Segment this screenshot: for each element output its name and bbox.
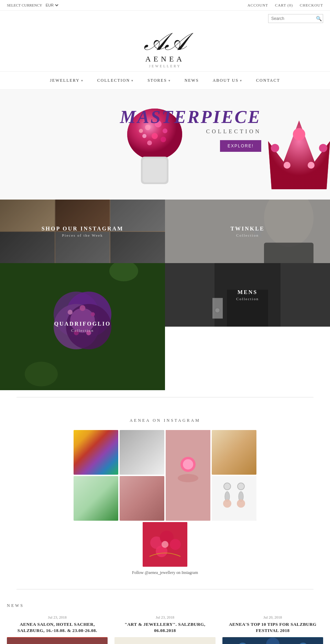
insta-img-flower[interactable]	[143, 522, 187, 567]
news-section-title: NEWS	[7, 603, 323, 608]
search-wrapper: 🔍	[268, 14, 323, 23]
currency-section: SELECT CURRENCY EUR USD GBP	[7, 3, 59, 8]
logo-symbol: 𝒜𝒜	[144, 30, 186, 54]
news-date-2: Jul 23, 2018	[114, 615, 215, 619]
svg-point-43	[178, 474, 198, 482]
svg-point-17	[284, 162, 290, 169]
top-bar: SELECT CURRENCY EUR USD GBP ACCOUNT CART…	[0, 0, 330, 11]
instagram-handle-link[interactable]: @aenea_jewellery	[145, 570, 175, 575]
nav-stores-label: STORES	[147, 78, 167, 83]
news-image-3	[222, 637, 323, 644]
svg-point-56	[170, 539, 181, 550]
news-item-1[interactable]: Jul 23, 2018 AENEA SALON, HOTEL SACHER, …	[7, 615, 108, 644]
search-input[interactable]	[271, 16, 316, 21]
nav-about[interactable]: ABOUT US ▾	[206, 76, 249, 85]
news-headline-1: AENEA SALON, HOTEL SACHER, SALZBURG, 16.…	[7, 621, 108, 634]
account-link[interactable]: ACCOUNT	[248, 3, 268, 7]
grid-mens[interactable]: MENS Collection	[165, 263, 330, 327]
nav-collection-arrow: ▾	[131, 79, 134, 82]
mens-title: MENS	[238, 289, 257, 295]
follow-text: Follow	[132, 570, 144, 575]
instagram-section-title: AENEA ON INSTAGRAM	[7, 418, 323, 423]
nav-contact-label: CONTACT	[256, 78, 280, 83]
hero-title: MASTERPIECE	[120, 107, 261, 127]
nav-jewellery-label: JEWELLERY	[50, 78, 80, 83]
twinkle-title: TWINKLE	[230, 226, 264, 232]
nav-jewellery[interactable]: JEWELLERY ▾	[43, 76, 90, 85]
main-nav: JEWELLERY ▾ COLLECTION ▾ STORES ▾ NEWS A…	[0, 71, 330, 90]
svg-rect-59	[7, 638, 108, 644]
svg-point-47	[224, 483, 231, 490]
news-img-svg-1	[7, 637, 108, 644]
nav-about-label: ABOUT US	[213, 78, 239, 83]
grid-twinkle[interactable]: TWINKLE Collection	[165, 200, 330, 263]
insta-img-center[interactable]	[166, 430, 210, 521]
nav-news[interactable]: NEWS	[178, 76, 206, 85]
insta-img-1[interactable]	[74, 430, 118, 475]
insta-img-3[interactable]	[74, 476, 118, 521]
nav-collection[interactable]: COLLECTION ▾	[90, 76, 141, 85]
divider-1	[16, 397, 314, 397]
nav-news-label: NEWS	[185, 78, 199, 83]
hero-crown-image	[268, 121, 330, 189]
insta-img-2[interactable]	[120, 430, 164, 475]
quadrifoglio-overlay: QUADRIFOGLIO Collection	[0, 263, 165, 390]
shop-title: SHOP OUR INSTAGRAM	[42, 226, 124, 232]
svg-point-50	[238, 483, 244, 490]
news-image-1	[7, 637, 108, 644]
save-date-text: SAVE THE DATE	[149, 643, 181, 644]
news-headline-2: "ART & JEWELLERY". SALZBURG, 06.08.2018	[114, 621, 215, 634]
insta-img-earrings[interactable]	[212, 476, 256, 521]
news-grid: Jul 23, 2018 AENEA SALON, HOTEL SACHER, …	[7, 615, 323, 644]
search-bar: 🔍	[0, 11, 330, 23]
news-date-3: Jul 20, 2018	[222, 615, 323, 619]
logo-tagline: JEWELLERY	[144, 64, 186, 68]
quadrifoglio-title: QUADRIFOGLIO	[54, 321, 111, 327]
grid-quadrifoglio[interactable]: QUADRIFOGLIO Collection	[0, 263, 165, 390]
top-bar-right: ACCOUNT CART (0) CHECKOUT	[248, 3, 323, 7]
twinkle-sub: Collection	[236, 233, 259, 237]
news-item-2[interactable]: Jul 23, 2018 "ART & JEWELLERY". SALZBURG…	[114, 615, 215, 644]
collection-grid: SHOP OUR INSTAGRAM Pieces of the Week TW…	[0, 200, 330, 390]
logo[interactable]: 𝒜𝒜 AENEA JEWELLERY	[144, 30, 186, 68]
logo-brand: AENEA	[144, 55, 186, 64]
logo-section: 𝒜𝒜 AENEA JEWELLERY	[0, 23, 330, 71]
on-text: on Instagram	[176, 570, 198, 575]
currency-select[interactable]: EUR USD GBP	[44, 3, 59, 8]
hero-text: MASTERPIECE COLLECTION EXPLORE!	[120, 107, 261, 152]
insta-img-hotel[interactable]	[212, 430, 256, 475]
nav-collection-label: COLLECTION	[97, 78, 130, 83]
hero-explore-button[interactable]: EXPLORE!	[220, 140, 261, 152]
svg-point-18	[308, 162, 315, 169]
svg-rect-11	[143, 158, 167, 182]
search-button[interactable]: 🔍	[316, 16, 322, 21]
instagram-left-grid	[74, 430, 164, 521]
instagram-follow: Follow @aenea_jewellery on Instagram	[7, 570, 323, 575]
twinkle-overlay: TWINKLE Collection	[165, 200, 330, 263]
hero-section: MASTERPIECE COLLECTION EXPLORE!	[0, 90, 330, 200]
svg-point-58	[162, 541, 168, 548]
hero-subtitle: COLLECTION	[120, 128, 261, 135]
grid-instagram-shop[interactable]: SHOP OUR INSTAGRAM Pieces of the Week	[0, 200, 165, 263]
news-img-svg-3	[222, 637, 323, 644]
quadrifoglio-sub: Collection	[71, 328, 94, 332]
checkout-link[interactable]: CHECKOUT	[300, 3, 323, 7]
currency-label: SELECT CURRENCY	[7, 3, 42, 7]
nav-stores[interactable]: STORES ▾	[141, 76, 177, 85]
news-headline-3: AENEA'S TOP 10 TIPS FOR SALZBURG FESTIVA…	[222, 621, 323, 634]
svg-point-45	[183, 459, 193, 470]
news-section: NEWS Jul 23, 2018 AENEA SALON, HOTEL SAC…	[0, 596, 330, 644]
insta-ring-svg	[166, 430, 210, 521]
cart-link[interactable]: CART (0)	[275, 3, 293, 7]
nav-contact[interactable]: CONTACT	[249, 76, 287, 85]
svg-rect-46	[212, 476, 256, 521]
svg-point-14	[293, 128, 305, 140]
instagram-row-2	[7, 522, 323, 567]
svg-point-52	[237, 499, 245, 508]
instagram-row-1	[7, 430, 323, 521]
nav-about-arrow: ▾	[240, 79, 242, 82]
news-item-3[interactable]: Jul 20, 2018 AENEA'S TOP 10 TIPS FOR SAL…	[222, 615, 323, 644]
insta-img-4[interactable]	[120, 476, 164, 521]
shop-sub: Pieces of the Week	[62, 233, 103, 237]
instagram-section: AENEA ON INSTAGRAM	[0, 404, 330, 582]
